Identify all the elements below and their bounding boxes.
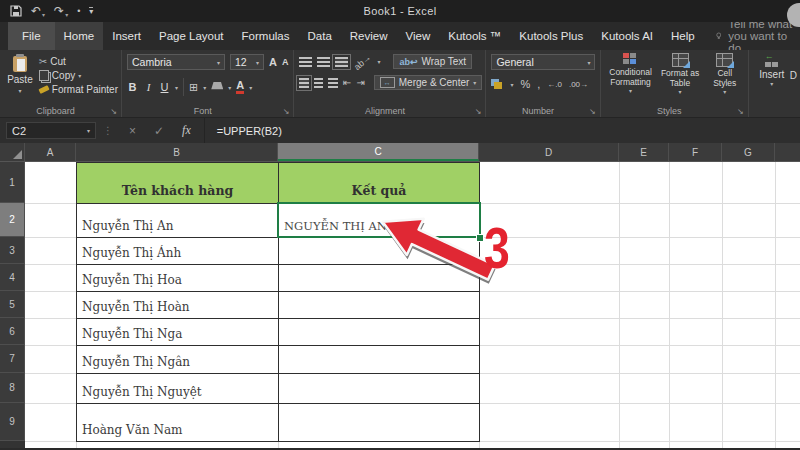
tab-page-layout[interactable]: Page Layout: [150, 22, 233, 50]
borders-button[interactable]: ⊞: [189, 81, 198, 94]
paste-button[interactable]: Paste ▾: [5, 56, 35, 103]
row-header-6[interactable]: 6: [0, 318, 25, 345]
accounting-format-icon[interactable]: [491, 79, 503, 89]
font-size-combobox[interactable]: 12 ▾: [230, 54, 264, 70]
font-color-button[interactable]: A: [236, 80, 244, 94]
wrap-text-button[interactable]: ab↩ Wrap Text: [393, 54, 472, 69]
row-header-1[interactable]: 1: [0, 162, 25, 203]
delete-button-partial[interactable]: D: [790, 70, 797, 103]
column-header-b[interactable]: B: [76, 143, 278, 161]
bottom-align-button[interactable]: [335, 57, 348, 67]
tab-kutools[interactable]: Kutools ™: [439, 22, 510, 50]
orientation-button[interactable]: ab→: [352, 52, 373, 72]
shrink-font-button[interactable]: A: [282, 57, 289, 67]
name-box[interactable]: C2 ▾: [6, 122, 96, 139]
cell-C9[interactable]: [279, 404, 480, 442]
font-dialog-launcher-icon[interactable]: ↘: [283, 107, 290, 116]
insert-cells-button[interactable]: Insert ▾: [754, 56, 790, 103]
tab-home[interactable]: Home: [55, 22, 104, 50]
row-header-7[interactable]: 7: [0, 345, 25, 373]
number-dialog-launcher-icon[interactable]: ↘: [589, 107, 596, 116]
select-all-button[interactable]: [0, 143, 25, 161]
increase-indent-button[interactable]: ⇥: [356, 77, 364, 88]
column-header-d[interactable]: D: [479, 143, 619, 161]
customize-qat-icon[interactable]: ▾: [89, 7, 93, 15]
merge-center-button[interactable]: ↔ Merge & Center ▾: [374, 75, 483, 90]
align-left-button[interactable]: [299, 78, 309, 88]
tab-data[interactable]: Data: [299, 22, 341, 50]
row-header-2[interactable]: 2: [0, 203, 25, 237]
column-header-g[interactable]: G: [722, 143, 775, 161]
grid-area[interactable]: Tên khách hàng Kết quả Nguyễn Thị An NGU…: [25, 162, 800, 448]
decrease-decimal-button[interactable]: .00→: [569, 80, 588, 89]
touch-mode-icon[interactable]: •: [77, 6, 80, 16]
row-header-5[interactable]: 5: [0, 291, 25, 318]
top-align-button[interactable]: [299, 57, 312, 67]
chevron-down-icon[interactable]: ▾: [510, 81, 513, 88]
cell-B2[interactable]: Nguyễn Thị An: [77, 204, 279, 238]
insert-function-icon[interactable]: fx: [182, 123, 191, 138]
number-format-combobox[interactable]: General ▾: [491, 54, 595, 70]
table-header-result[interactable]: Kết quả: [279, 163, 480, 204]
row-header-3[interactable]: 3: [0, 237, 25, 264]
cell-C5[interactable]: [279, 292, 480, 319]
enter-icon[interactable]: ✓: [154, 124, 164, 138]
chevron-down-icon[interactable]: ▾: [175, 84, 178, 91]
copy-button[interactable]: Copy ▾: [39, 70, 118, 81]
increase-decimal-button[interactable]: ←.0: [547, 80, 562, 89]
column-header-a[interactable]: A: [25, 143, 76, 161]
tab-kutools-plus[interactable]: Kutools Plus: [510, 22, 592, 50]
fill-color-button[interactable]: [211, 82, 223, 93]
tab-view[interactable]: View: [397, 22, 440, 50]
cell-B5[interactable]: Nguyễn Thị Hoàn: [77, 292, 279, 319]
comma-style-button[interactable]: ,: [537, 78, 540, 90]
tab-help[interactable]: Help: [662, 22, 704, 50]
table-header-name[interactable]: Tên khách hàng: [77, 163, 279, 204]
cut-button[interactable]: ✂ Cut: [39, 56, 118, 67]
save-icon[interactable]: [10, 5, 22, 17]
redo-button[interactable]: ↷▾: [54, 4, 68, 18]
center-button[interactable]: [314, 78, 324, 88]
cell-B9[interactable]: Hoàng Văn Nam: [77, 404, 279, 442]
tab-review[interactable]: Review: [341, 22, 397, 50]
row-header-9[interactable]: 9: [0, 403, 25, 441]
tab-formulas[interactable]: Formulas: [233, 22, 299, 50]
column-header-partial[interactable]: [775, 143, 800, 161]
column-header-f[interactable]: F: [669, 143, 722, 161]
cancel-icon[interactable]: ×: [129, 124, 136, 138]
italic-button[interactable]: I: [143, 81, 154, 93]
row-header-4[interactable]: 4: [0, 264, 25, 291]
chevron-down-icon[interactable]: ▾: [249, 84, 252, 91]
align-right-button[interactable]: [328, 78, 338, 88]
column-header-e[interactable]: E: [619, 143, 669, 161]
cell-B7[interactable]: Nguyễn Thị Ngân: [77, 346, 279, 374]
cell-styles-button[interactable]: Cell Styles ▾: [705, 53, 745, 103]
cell-B8[interactable]: Nguyễn Thị Nguyệt: [77, 374, 279, 404]
alignment-dialog-launcher-icon[interactable]: ↘: [475, 107, 482, 116]
tell-me-box[interactable]: Tell me what you want to do: [716, 22, 800, 50]
row-header-8[interactable]: 8: [0, 373, 25, 403]
font-name-combobox[interactable]: Cambria ▾: [127, 54, 225, 70]
chevron-down-icon[interactable]: ▾: [228, 84, 231, 91]
cell-B6[interactable]: Nguyễn Thị Nga: [77, 319, 279, 346]
cell-C7[interactable]: [279, 346, 480, 374]
conditional-formatting-button[interactable]: Conditional Formatting ▾: [606, 53, 656, 103]
chevron-down-icon[interactable]: ▾: [377, 58, 380, 65]
clipboard-dialog-launcher-icon[interactable]: ↘: [110, 107, 117, 116]
tab-kutools-ai[interactable]: Kutools AI: [592, 22, 662, 50]
column-header-c[interactable]: C: [278, 143, 479, 161]
middle-align-button[interactable]: [317, 57, 330, 67]
undo-button[interactable]: ↶▾: [31, 4, 45, 18]
cell-C4[interactable]: [279, 265, 480, 292]
format-as-table-button[interactable]: Format as Table ▾: [655, 53, 705, 103]
chevron-down-icon[interactable]: ▾: [203, 84, 206, 91]
cell-B3[interactable]: Nguyễn Thị Ánh: [77, 238, 279, 265]
styles-dialog-launcher-icon[interactable]: ↘: [737, 107, 744, 116]
cell-C8[interactable]: [279, 374, 480, 404]
cell-C6[interactable]: [279, 319, 480, 346]
grow-font-button[interactable]: A: [269, 56, 277, 68]
bold-button[interactable]: B: [127, 81, 138, 93]
underline-button[interactable]: U: [159, 81, 170, 93]
decrease-indent-button[interactable]: ⇤: [343, 77, 351, 88]
cell-C3[interactable]: [279, 238, 480, 265]
